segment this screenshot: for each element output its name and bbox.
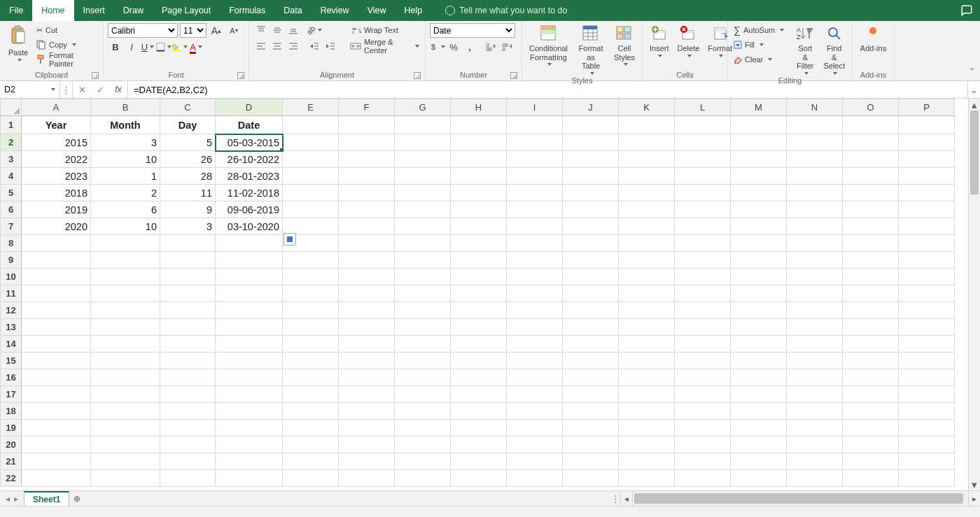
- cell-G5[interactable]: [395, 185, 451, 201]
- border-button[interactable]: [156, 40, 172, 54]
- cell-J11[interactable]: [563, 285, 619, 302]
- col-header-D[interactable]: D: [216, 99, 283, 116]
- decrease-font-icon[interactable]: A▾: [226, 24, 241, 38]
- cell-E7[interactable]: [283, 218, 339, 235]
- col-header-B[interactable]: B: [91, 99, 160, 116]
- cell-N12[interactable]: [787, 302, 843, 319]
- cell-F20[interactable]: [339, 437, 395, 453]
- cell-B15[interactable]: [91, 353, 160, 369]
- cell-G2[interactable]: [395, 134, 451, 151]
- cell-B2[interactable]: 3: [91, 134, 160, 151]
- cell-J13[interactable]: [563, 319, 619, 336]
- cell-M5[interactable]: [731, 185, 787, 201]
- cell-B10[interactable]: [91, 269, 160, 285]
- align-center-icon[interactable]: [270, 39, 285, 53]
- sort-filter-button[interactable]: AZ Sort & Filter: [792, 23, 818, 76]
- cell-H21[interactable]: [451, 453, 507, 470]
- col-header-E[interactable]: E: [283, 99, 339, 116]
- cell-F13[interactable]: [339, 319, 395, 336]
- menu-tab-draw[interactable]: Draw: [114, 0, 153, 21]
- comments-icon[interactable]: [960, 4, 973, 17]
- cell-D14[interactable]: [216, 336, 283, 353]
- cell-B19[interactable]: [91, 420, 160, 437]
- cell-H8[interactable]: [451, 235, 507, 252]
- cell-H13[interactable]: [451, 319, 507, 336]
- cell-P16[interactable]: [899, 369, 955, 386]
- cell-D8[interactable]: [216, 235, 283, 252]
- cell-L13[interactable]: [675, 319, 731, 336]
- cell-G7[interactable]: [395, 218, 451, 235]
- row-header-2[interactable]: 2: [1, 134, 22, 151]
- cell-K13[interactable]: [619, 319, 675, 336]
- cell-E18[interactable]: [283, 403, 339, 420]
- cell-I18[interactable]: [507, 403, 563, 420]
- col-header-N[interactable]: N: [787, 99, 843, 116]
- cell-A14[interactable]: [22, 336, 91, 353]
- cell-D10[interactable]: [216, 269, 283, 285]
- cell-O7[interactable]: [843, 218, 899, 235]
- row-header-1[interactable]: 1: [1, 116, 22, 134]
- cell-L16[interactable]: [675, 369, 731, 386]
- cell-E11[interactable]: [283, 285, 339, 302]
- cell-N10[interactable]: [787, 269, 843, 285]
- cell-I13[interactable]: [507, 319, 563, 336]
- cell-J10[interactable]: [563, 269, 619, 285]
- cell-B21[interactable]: [91, 453, 160, 470]
- cell-F15[interactable]: [339, 353, 395, 369]
- cell-A18[interactable]: [22, 403, 91, 420]
- cell-B17[interactable]: [91, 386, 160, 403]
- copy-button[interactable]: Copy: [35, 38, 99, 52]
- cell-E22[interactable]: [283, 470, 339, 487]
- cell-L17[interactable]: [675, 386, 731, 403]
- cell-A11[interactable]: [22, 285, 91, 302]
- cell-I3[interactable]: [507, 151, 563, 168]
- cell-M8[interactable]: [731, 235, 787, 252]
- cell-C18[interactable]: [160, 403, 216, 420]
- vertical-scrollbar[interactable]: ▴ ▾: [968, 99, 980, 490]
- cell-H9[interactable]: [451, 252, 507, 269]
- cell-J19[interactable]: [563, 420, 619, 437]
- decrease-indent-icon[interactable]: [307, 39, 322, 53]
- cell-C10[interactable]: [160, 269, 216, 285]
- cell-A12[interactable]: [22, 302, 91, 319]
- format-as-table-button[interactable]: Format as Table: [573, 23, 608, 76]
- cell-F3[interactable]: [339, 151, 395, 168]
- fill-button[interactable]: Fill: [732, 38, 785, 52]
- cell-M2[interactable]: [731, 134, 787, 151]
- cell-I4[interactable]: [507, 168, 563, 185]
- row-header-15[interactable]: 15: [1, 353, 22, 369]
- cell-O11[interactable]: [843, 285, 899, 302]
- cell-A20[interactable]: [22, 437, 91, 453]
- cell-K10[interactable]: [619, 269, 675, 285]
- cell-E17[interactable]: [283, 386, 339, 403]
- cell-C21[interactable]: [160, 453, 216, 470]
- cell-F14[interactable]: [339, 336, 395, 353]
- cell-J6[interactable]: [563, 201, 619, 218]
- cell-H6[interactable]: [451, 201, 507, 218]
- cell-O1[interactable]: [843, 116, 899, 134]
- cell-J4[interactable]: [563, 168, 619, 185]
- col-header-O[interactable]: O: [843, 99, 899, 116]
- col-header-J[interactable]: J: [563, 99, 619, 116]
- expand-formula-bar-icon[interactable]: ⌄: [967, 81, 980, 98]
- cell-M20[interactable]: [731, 437, 787, 453]
- autofill-options-button[interactable]: [284, 233, 296, 246]
- cell-O12[interactable]: [843, 302, 899, 319]
- cell-C5[interactable]: 11: [160, 185, 216, 201]
- addins-button[interactable]: Add-ins: [858, 23, 889, 55]
- row-header-21[interactable]: 21: [1, 453, 22, 470]
- cell-H5[interactable]: [451, 185, 507, 201]
- cell-H2[interactable]: [451, 134, 507, 151]
- cell-M12[interactable]: [731, 302, 787, 319]
- cell-M1[interactable]: [731, 116, 787, 134]
- cell-P7[interactable]: [899, 218, 955, 235]
- col-header-H[interactable]: H: [451, 99, 507, 116]
- cell-L14[interactable]: [675, 336, 731, 353]
- cell-A17[interactable]: [22, 386, 91, 403]
- cell-H15[interactable]: [451, 353, 507, 369]
- cell-B4[interactable]: 1: [91, 168, 160, 185]
- cell-M14[interactable]: [731, 336, 787, 353]
- insert-function-icon[interactable]: fx: [109, 85, 127, 94]
- cell-F22[interactable]: [339, 470, 395, 487]
- cell-G22[interactable]: [395, 470, 451, 487]
